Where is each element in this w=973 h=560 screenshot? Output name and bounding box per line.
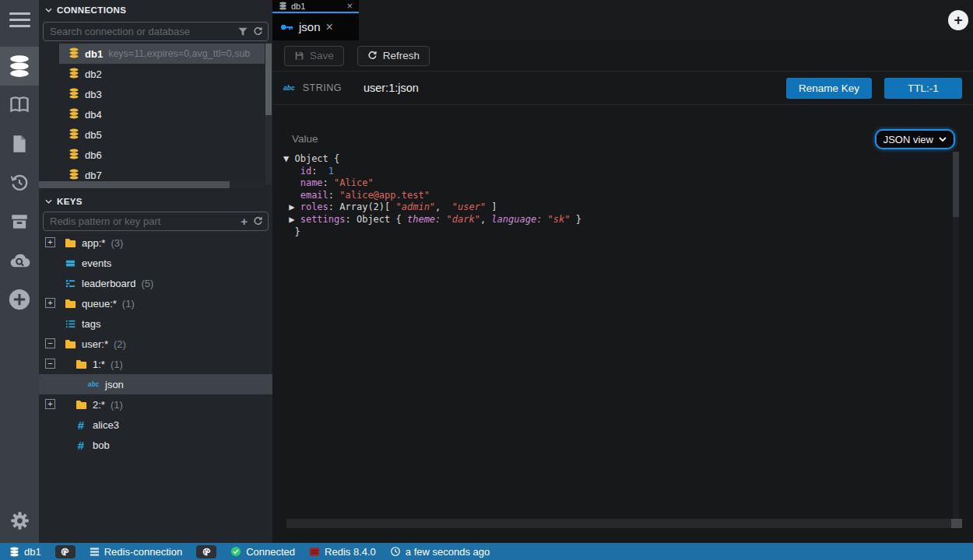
value-vertical-scrollbar[interactable] [953,152,959,519]
key-tree-item-alice3[interactable]: #alice3 [39,415,272,435]
add-key-icon[interactable]: + [241,215,248,227]
left-icon-rail [0,0,39,543]
refresh-icon [367,51,378,61]
key-tree-item-tags[interactable]: tags [39,313,272,334]
string-type-icon: abc [87,381,100,388]
database-icon [68,88,79,101]
rail-archive-button[interactable] [0,202,39,241]
database-icon [68,169,79,182]
key-tree-item-app-[interactable]: +app:*(3) [39,233,272,253]
book-icon [9,94,30,116]
settings-gear-icon [9,510,30,531]
key-tree-item-2-[interactable]: +2:*(1) [39,394,272,415]
key-tree-item-queue-[interactable]: +queue:*(1) [39,293,272,313]
settings-button[interactable] [0,501,39,540]
expand-toggle[interactable]: − [45,338,55,348]
connections-header-label: CONNECTIONS [57,5,126,15]
connections-section-header[interactable]: CONNECTIONS [39,0,272,20]
keys-section-header[interactable]: KEYS [39,191,272,212]
rail-book-button[interactable] [0,86,39,124]
view-mode-select[interactable]: JSON view [875,129,955,149]
value-horizontal-scrollbar[interactable] [286,519,962,528]
value-area: Value JSON view ▼ Object { id: 1 name: "… [272,105,973,543]
json-line: ▶ roles: Array(2)[ "admin", "user" ] [283,201,581,214]
json-line: id: 1 [283,166,581,178]
list-type-icon [64,319,76,329]
new-tab-button[interactable]: + [948,10,968,30]
cloud-search-icon [9,250,31,272]
json-line: } [283,226,581,239]
add-connection-icon [8,288,31,311]
folder-type-icon [64,238,76,248]
key-header: abc STRING user:1:json Rename Key TTL:-1 [272,72,973,105]
connection-search-input[interactable] [48,25,233,38]
menu-button[interactable] [0,2,39,37]
database-icon [68,128,79,142]
status-connection-label: Redis-connection [104,546,182,558]
tab-json[interactable]: json × [272,13,359,40]
string-type-icon: abc [283,85,295,92]
rename-key-button[interactable]: Rename Key [786,78,872,99]
clock-history-icon [390,546,401,557]
key-search-box: + [43,212,269,231]
status-version: Redis 8.4.0 [309,546,376,558]
save-icon [294,51,304,61]
key-tree-item-events[interactable]: events [39,253,272,273]
db-color-badge[interactable] [55,545,76,558]
chevron-down-icon [45,8,52,12]
chevron-down-icon [45,199,52,204]
rail-file-button[interactable] [0,124,39,163]
key-tree-item-leaderboard[interactable]: leaderboard(5) [39,273,272,293]
connection-item-db2[interactable]: db2 [39,64,265,84]
main-panel: db1 × json × + Save [272,0,973,543]
tab-db1[interactable]: db1 × [272,0,359,13]
rail-add-connection-button[interactable] [0,280,39,319]
json-line: ▶ settings: Object { theme: "dark", lang… [283,214,581,226]
filter-funnel-icon[interactable] [238,27,248,37]
folder-type-icon [75,400,87,410]
connection-item-db6[interactable]: db6 [39,145,265,165]
expand-arrow[interactable]: ▼ [283,153,294,164]
database-icon [279,2,287,10]
status-connection: Redis-connection [90,546,182,558]
key-tree-item-json[interactable]: abcjson [39,374,272,394]
sidebar: CONNECTIONS db1keys=11,expires=0,avg_ttl… [39,0,272,543]
rail-databases-button[interactable] [0,47,39,86]
key-tree-item-bob[interactable]: #bob [39,435,272,455]
expand-arrow[interactable]: ▶ [283,201,300,212]
refresh-connections-icon[interactable] [253,26,263,37]
connection-item-db5[interactable]: db5 [39,124,265,145]
close-icon[interactable]: × [346,1,353,11]
rail-cloud-search-button[interactable] [0,241,39,280]
connection-item-db4[interactable]: db4 [39,104,265,124]
connections-vertical-scrollbar[interactable] [265,44,272,185]
save-button[interactable]: Save [284,46,344,66]
refresh-button[interactable]: Refresh [357,46,430,66]
tab-db1-label: db1 [291,2,305,11]
refresh-keys-icon[interactable] [253,216,263,226]
expand-toggle[interactable]: + [45,298,55,308]
key-tree-item-1-[interactable]: −1:*(1) [39,354,272,374]
key-tree: +app:*(3)eventsleaderboard(5)+queue:*(1)… [39,233,272,543]
json-line: email: "alice@app.test" [283,190,581,202]
key-search-input[interactable] [48,215,235,228]
connection-item-db1[interactable]: db1keys=11,expires=0,avg_ttl=0,sub [59,44,265,64]
history-icon [9,172,30,194]
close-icon[interactable]: × [326,21,333,33]
key-toolbar: Save Refresh [272,40,973,72]
key-tree-item-user-[interactable]: −user:*(2) [39,334,272,354]
expand-arrow[interactable]: ▶ [283,214,300,225]
database-icon [68,47,79,61]
database-icon [68,149,79,162]
connection-item-db3[interactable]: db3 [39,84,265,104]
connection-color-badge[interactable] [196,545,216,558]
status-last-refresh: a few seconds ago [390,546,490,558]
rail-history-button[interactable] [0,163,39,202]
expand-toggle[interactable]: + [45,399,55,409]
expand-toggle[interactable]: + [45,237,55,247]
ttl-button[interactable]: TTL:-1 [884,78,962,99]
connections-horizontal-scrollbar[interactable] [39,181,265,188]
tab-bar: db1 × json × + [272,0,973,40]
redis-icon [309,547,320,557]
expand-toggle[interactable]: − [45,359,55,369]
